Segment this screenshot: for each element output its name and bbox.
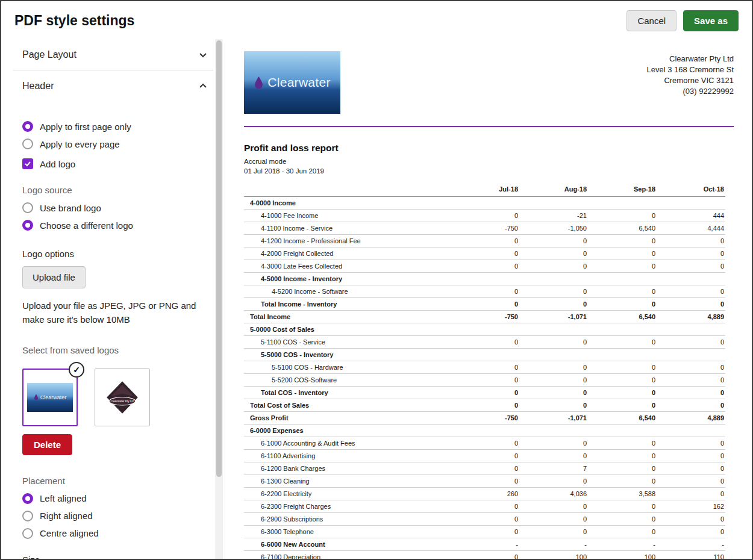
- account-label: 6-1000 Accounting & Audit Fees: [244, 437, 451, 450]
- logo-text: Clearwater: [40, 394, 67, 400]
- amount-cell: 0: [657, 235, 725, 247]
- amount-cell: [451, 349, 519, 361]
- report-row: 5-1100 COS - Service0000: [244, 336, 725, 349]
- account-label: Total COS - Inventory: [244, 387, 451, 399]
- amount-cell: 0: [451, 551, 519, 559]
- amount-cell: -: [588, 538, 657, 551]
- amount-cell: 0: [588, 500, 657, 513]
- amount-cell: [451, 273, 519, 285]
- amount-cell: 0: [657, 488, 725, 500]
- amount-cell: 0: [588, 235, 657, 247]
- accordion-page-layout[interactable]: Page Layout: [13, 39, 213, 70]
- report-row: 5-5100 COS - Hardware0000: [244, 361, 725, 374]
- placement-option-1[interactable]: Right aligned: [22, 511, 213, 521]
- account-label: 6-0000 Expenses: [244, 425, 451, 437]
- radio-label: Apply to every page: [40, 139, 120, 149]
- sidebar-scrollbar-thumb[interactable]: [216, 40, 222, 477]
- month-column-header: Sep-18: [588, 184, 657, 197]
- report-row: 5-0000 Cost of Sales: [244, 323, 725, 336]
- account-label: 4-5000 Income - Inventory: [244, 273, 451, 285]
- placement-option-0[interactable]: Left aligned: [22, 493, 213, 504]
- delete-logo-button[interactable]: Delete: [22, 434, 72, 455]
- apply-option-1[interactable]: Apply to every page: [22, 138, 213, 149]
- report-row: 6-1300 Cleaning0000: [244, 475, 725, 488]
- month-column-header: Oct-18: [657, 184, 725, 197]
- amount-cell: [657, 323, 725, 336]
- amount-cell: 0: [657, 399, 725, 412]
- report-row: 6-2900 Subscriptions0000: [244, 513, 725, 526]
- account-label: 6-2300 Freight Charges: [244, 500, 451, 513]
- account-label: Total Income - Inventory: [244, 298, 451, 311]
- amount-cell: [451, 323, 519, 336]
- amount-cell: 0: [657, 462, 725, 475]
- placement-label: Placement: [22, 476, 213, 486]
- upload-file-button[interactable]: Upload file: [22, 266, 86, 288]
- amount-cell: 100: [519, 551, 588, 559]
- account-label: 6-2200 Electricity: [244, 488, 451, 500]
- amount-cell: -21: [519, 210, 588, 222]
- account-label: 5-1100 COS - Service: [244, 336, 451, 349]
- amount-cell: 4,889: [657, 412, 725, 425]
- water-drop-icon: [34, 394, 39, 400]
- apply-option-0[interactable]: Apply to first page only: [22, 121, 213, 132]
- amount-cell: 0: [451, 374, 519, 387]
- account-label: 6-1300 Cleaning: [244, 475, 451, 488]
- amount-cell: 0: [519, 374, 588, 387]
- account-label: Gross Profit: [244, 412, 451, 425]
- amount-cell: -: [451, 538, 519, 551]
- amount-cell: 0: [451, 247, 519, 260]
- logo-source-radio-group: Use brand logoChoose a different logo: [22, 202, 213, 231]
- report-title: Profit and loss report: [244, 143, 734, 154]
- header-label: Header: [22, 81, 54, 92]
- amount-cell: -750: [451, 222, 519, 235]
- amount-cell: 6,540: [588, 412, 657, 425]
- radio-selected-icon: [22, 121, 33, 132]
- accordion-header[interactable]: Header: [13, 70, 213, 102]
- sidebar-scrollbar[interactable]: [215, 39, 223, 559]
- report-row: 4-1200 Income - Professional Fee0000: [244, 235, 725, 247]
- amount-cell: -1,071: [519, 412, 588, 425]
- amount-cell: 0: [657, 450, 725, 462]
- placement-option-2[interactable]: Centre aligned: [22, 528, 213, 539]
- account-label: 4-3000 Late Fees Collected: [244, 260, 451, 273]
- add-logo-checkbox[interactable]: Add logo: [22, 158, 213, 169]
- amount-cell: 0: [451, 285, 519, 298]
- report-row: 5-5000 COS - Inventory: [244, 349, 725, 361]
- amount-cell: 0: [451, 298, 519, 311]
- account-label: 5-5000 COS - Inventory: [244, 349, 451, 361]
- radio-label: Use brand logo: [40, 203, 101, 213]
- report-row: Total Cost of Sales0000: [244, 399, 725, 412]
- amount-cell: 4,036: [519, 488, 588, 500]
- amount-cell: -750: [451, 412, 519, 425]
- amount-cell: 0: [451, 387, 519, 399]
- amount-cell: 0: [519, 235, 588, 247]
- report-row: 6-1100 Advertising0000: [244, 450, 725, 462]
- amount-cell: 0: [588, 399, 657, 412]
- company-address-line: Level 3 168 Cremorne St: [646, 64, 734, 75]
- saved-logo-clearwater-blue[interactable]: Clearwater ✓: [22, 369, 78, 426]
- amount-cell: -1,050: [519, 222, 588, 235]
- amount-cell: 0: [519, 399, 588, 412]
- report-period: 01 Jul 2018 - 30 Jun 2019: [244, 167, 734, 175]
- settings-sidebar: Page Layout Header Apply to first page o…: [13, 39, 213, 559]
- amount-cell: [657, 197, 725, 210]
- pdf-header-region: Clearwater Clearwater Pty LtdLevel 3 168…: [244, 51, 734, 114]
- logo-source-option-0[interactable]: Use brand logo: [22, 202, 213, 213]
- account-label: 5-5200 COS-Software: [244, 374, 451, 387]
- account-label: 6-3000 Telephone: [244, 526, 451, 538]
- amount-cell: 0: [588, 361, 657, 374]
- report-row: 4-5000 Income - Inventory: [244, 273, 725, 285]
- logo-source-option-1[interactable]: Choose a different logo: [22, 220, 213, 231]
- report-row: 6-3000 Telephone0000: [244, 526, 725, 538]
- amount-cell: -: [657, 538, 725, 551]
- amount-cell: 0: [519, 475, 588, 488]
- table-header-row: Jul-18Aug-18Sep-18Oct-18: [244, 184, 725, 197]
- amount-cell: [657, 425, 725, 437]
- amount-cell: [588, 425, 657, 437]
- save-as-button[interactable]: Save as: [683, 10, 739, 31]
- amount-cell: 0: [451, 526, 519, 538]
- cancel-button[interactable]: Cancel: [626, 10, 676, 31]
- checkbox-checked-icon: [22, 158, 33, 169]
- amount-cell: [451, 197, 519, 210]
- saved-logo-clearwater-crest[interactable]: Clearwater Pty Ltd: [95, 369, 150, 426]
